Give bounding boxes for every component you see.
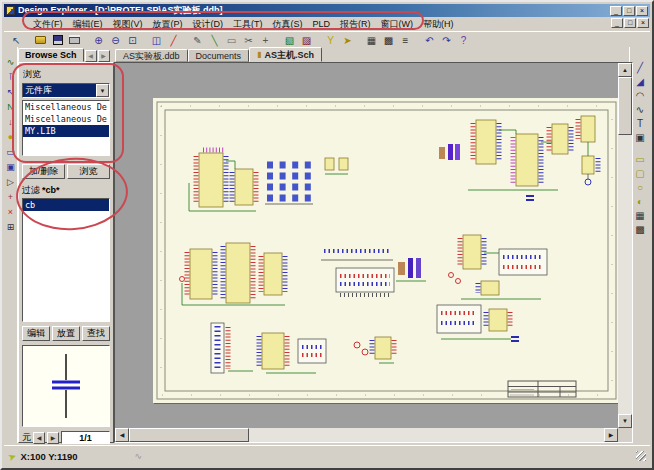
redo-icon[interactable]: ↷: [438, 33, 455, 48]
array-paste-icon[interactable]: ▩: [632, 223, 649, 237]
net-label-icon[interactable]: N: [4, 100, 17, 115]
horizontal-scroll-thumb[interactable]: [129, 428, 249, 442]
minimize-button[interactable]: _: [610, 6, 622, 16]
place-button[interactable]: 放置: [52, 326, 80, 341]
browse-button[interactable]: 浏览: [67, 164, 110, 179]
wire-tool-icon[interactable]: ∿: [4, 55, 17, 70]
tab-browse-sch[interactable]: Browse Sch: [18, 48, 84, 62]
scroll-right-icon[interactable]: ▶: [604, 428, 618, 442]
part-cb[interactable]: cb: [23, 199, 109, 211]
no-erc-icon[interactable]: ×: [4, 205, 17, 220]
menu-tools[interactable]: 工具(T): [228, 17, 268, 32]
help-icon[interactable]: ?: [455, 33, 472, 48]
annotate-icon[interactable]: ≡: [397, 33, 414, 48]
menu-design[interactable]: 设计(D): [188, 17, 229, 32]
restore-button[interactable]: □: [623, 6, 635, 16]
graph-image-icon[interactable]: ▦: [632, 209, 649, 223]
power-port-tool-icon[interactable]: ↓: [4, 115, 17, 130]
tab-documents[interactable]: Documents: [188, 49, 250, 62]
round-rect-icon[interactable]: ▢: [632, 167, 649, 181]
scroll-up-icon[interactable]: ▲: [618, 63, 632, 77]
tab-schematic[interactable]: ▮AS主机.Sch: [249, 47, 322, 62]
browse-components-icon[interactable]: ◫: [148, 33, 165, 48]
wiring-tools-icon[interactable]: Y: [322, 33, 339, 48]
wire-icon[interactable]: ╱: [165, 33, 182, 48]
zoom-document-icon[interactable]: ⊡: [124, 33, 141, 48]
tab-ddb[interactable]: AS实验板.ddb: [115, 49, 188, 62]
pie-icon[interactable]: ◐: [632, 195, 649, 209]
digital-objects-icon[interactable]: ▦: [363, 33, 380, 48]
title-bar[interactable]: Design Explorer - [D:\PROTELSP\AS实验板.ddb…: [4, 4, 650, 17]
menu-edit[interactable]: 编辑(E): [68, 17, 108, 32]
library-dropdown[interactable]: 元件库 ▼: [22, 83, 110, 98]
draw-line-icon[interactable]: ╱: [632, 61, 649, 75]
vertical-scroll-thumb[interactable]: [618, 77, 632, 135]
arc-icon[interactable]: ◠: [632, 89, 649, 103]
port-icon[interactable]: ▷: [4, 175, 17, 190]
place-part-icon[interactable]: ●: [4, 130, 17, 145]
pencil-tools-icon[interactable]: ✎: [189, 33, 206, 48]
doc-minimize-button[interactable]: _: [611, 18, 623, 28]
add-remove-button[interactable]: 加/删除: [22, 164, 65, 179]
simulation-sources-icon[interactable]: ▩: [380, 33, 397, 48]
junction-icon[interactable]: +: [4, 190, 17, 205]
bus-entry-icon[interactable]: ↖: [4, 85, 17, 100]
resize-grip[interactable]: [636, 451, 646, 461]
menu-pld[interactable]: PLD: [308, 18, 336, 30]
paste-array-icon[interactable]: ▧: [281, 33, 298, 48]
menu-file[interactable]: 文件(F): [28, 17, 68, 32]
text-frame-tool-icon[interactable]: ⊞: [4, 220, 17, 235]
zoom-in-icon[interactable]: ⊕: [90, 33, 107, 48]
zoom-out-icon[interactable]: ⊖: [107, 33, 124, 48]
bezier-icon[interactable]: ∿: [632, 103, 649, 117]
panel-scroll-right-icon[interactable]: ▶: [98, 50, 110, 62]
edit-button[interactable]: 编辑: [22, 326, 50, 341]
polygon-icon[interactable]: ◢: [632, 75, 649, 89]
component-list[interactable]: cb: [22, 198, 110, 322]
rectangle-icon[interactable]: ▭: [632, 153, 649, 167]
panel-scroll-left-icon[interactable]: ◀: [85, 50, 97, 62]
menu-place[interactable]: 放置(P): [148, 17, 188, 32]
text-icon[interactable]: T: [632, 117, 649, 131]
selection-rect-icon[interactable]: ▭: [223, 33, 240, 48]
horizontal-scrollbar[interactable]: ◀ ▶: [115, 428, 618, 442]
cut-icon[interactable]: ✂: [240, 33, 257, 48]
sheet-symbol-icon[interactable]: ▭: [4, 145, 17, 160]
lib-my[interactable]: MY.LIB: [23, 125, 109, 137]
sheet-entry-icon[interactable]: ▣: [4, 160, 17, 175]
schematic-canvas[interactable]: ▲ ▼ ◀ ▶: [114, 62, 633, 443]
menu-help[interactable]: 帮助(H): [418, 17, 459, 32]
bus-tool-icon[interactable]: ⊺: [4, 70, 17, 85]
close-button[interactable]: ×: [636, 6, 648, 16]
line-icon[interactable]: ╲: [206, 33, 223, 48]
scroll-left-icon[interactable]: ◀: [115, 428, 129, 442]
select-icon[interactable]: ↖: [8, 33, 25, 48]
browse-label: 浏览: [23, 68, 110, 81]
move-icon[interactable]: +: [257, 33, 274, 48]
scroll-down-icon[interactable]: ▼: [618, 414, 632, 428]
next-part-icon[interactable]: ▶: [47, 432, 59, 444]
lib-misc1[interactable]: Miscellaneous De: [23, 101, 109, 113]
text-frame-icon[interactable]: ▣: [632, 131, 649, 145]
ellipse-icon[interactable]: ○: [632, 181, 649, 195]
find-button[interactable]: 查找: [82, 326, 110, 341]
filter-value[interactable]: *cb*: [42, 185, 60, 195]
print-icon[interactable]: [66, 33, 83, 48]
paste-icon[interactable]: ▨: [298, 33, 315, 48]
vertical-scrollbar[interactable]: ▲ ▼: [618, 63, 632, 428]
library-list[interactable]: Miscellaneous DeMiscellaneous DeMY.LIB: [22, 100, 110, 156]
doc-close-button[interactable]: ×: [637, 18, 649, 28]
menu-view[interactable]: 视图(V): [108, 17, 148, 32]
schematic-sheet[interactable]: [153, 98, 620, 403]
power-port-icon[interactable]: ➤: [339, 33, 356, 48]
menu-window[interactable]: 窗口(W): [376, 17, 419, 32]
prev-part-icon[interactable]: ◀: [33, 432, 45, 444]
save-icon[interactable]: [49, 33, 66, 48]
menu-simulate[interactable]: 仿真(S): [268, 17, 308, 32]
lib-misc2[interactable]: Miscellaneous De: [23, 113, 109, 125]
doc-restore-button[interactable]: □: [624, 18, 636, 28]
menu-reports[interactable]: 报告(R): [335, 17, 376, 32]
open-folder-icon[interactable]: [32, 33, 49, 48]
undo-icon[interactable]: ↶: [421, 33, 438, 48]
dropdown-arrow-icon[interactable]: ▼: [96, 84, 109, 97]
